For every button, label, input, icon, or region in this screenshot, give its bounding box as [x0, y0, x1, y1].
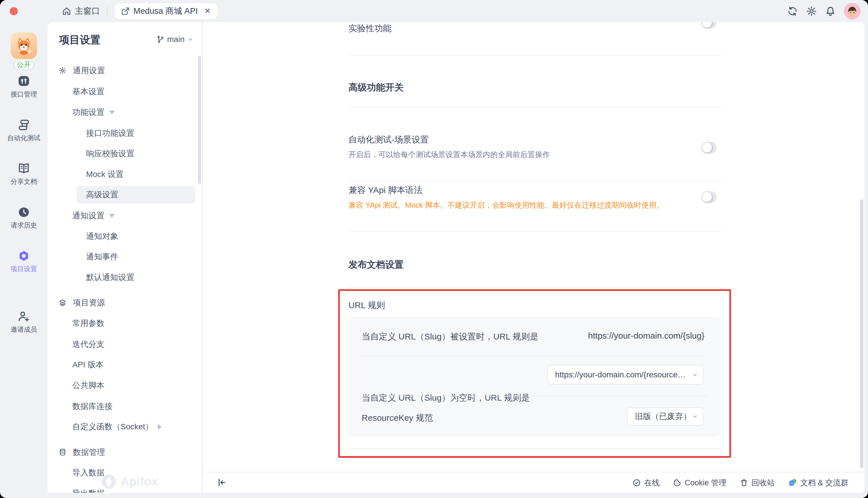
branch-icon	[157, 35, 164, 43]
apifox-watermark-logo-icon	[101, 474, 117, 489]
online-status-label: 在线	[644, 477, 660, 488]
sidebar-item[interactable]: 功能设置	[48, 103, 195, 121]
bell-icon[interactable]	[825, 6, 836, 17]
traffic-lights	[10, 7, 41, 15]
chevron-down-icon	[692, 413, 698, 420]
sidebar-item-label: 通知对象	[86, 227, 118, 245]
sidebar-item[interactable]: 常用参数	[48, 314, 195, 332]
scene-settings-desc: 开启后，可以给每个测试场景设置本场景内的全局前后置操作	[349, 149, 550, 160]
sidebar-item-label: 数据库连接	[72, 397, 112, 415]
rail-item-label: 请求历史	[11, 221, 37, 230]
recycle-bin[interactable]: 回收站	[740, 477, 775, 488]
sidebar-item[interactable]: 数据管理	[48, 443, 195, 461]
title-bar: 主窗口 Medusa 商城 API ✕	[0, 0, 868, 22]
person-add-icon	[17, 311, 30, 323]
sidebar-item-label: 通用设置	[73, 62, 105, 80]
close-tab-icon[interactable]: ✕	[204, 6, 211, 15]
tab-project-active[interactable]: Medusa 商城 API ✕	[114, 3, 218, 19]
sidebar-item[interactable]: 默认通知设置	[48, 268, 195, 286]
sync-icon[interactable]	[787, 6, 798, 17]
rail-item-share-docs[interactable]: 分享文档	[0, 162, 48, 186]
sidebar-item-label: 功能设置	[72, 103, 105, 121]
settings-content: 实验性功能 高级功能开关 自动化测试-场景设置 开启后，可以给每个测试场景设置本…	[203, 22, 865, 493]
tab-main-window[interactable]: 主窗口	[62, 5, 100, 17]
sidebar-item[interactable]: 通用设置	[48, 62, 195, 80]
left-rail: 公开 接口管理 自动化测试 分享文档 请求历史	[0, 22, 48, 498]
advanced-switches-header: 高级功能开关	[349, 81, 404, 94]
rail-item-project-settings[interactable]: 项目设置	[0, 250, 48, 273]
sidebar-item-label: 响应校验设置	[86, 145, 134, 162]
sidebar-item-label: Mock 设置	[86, 166, 124, 183]
rail-item-auto-test[interactable]: 自动化测试	[0, 119, 48, 142]
sidebar-scrollbar[interactable]	[198, 56, 201, 184]
sidebar-item[interactable]: 通知事件	[48, 248, 195, 266]
close-window-button[interactable]	[10, 7, 18, 15]
sidebar-item[interactable]: API 版本	[48, 356, 195, 374]
cookie-manager[interactable]: Cookie 管理	[673, 477, 727, 488]
sidebar-item[interactable]: 接口功能设置	[48, 124, 195, 142]
gear-icon[interactable]	[806, 6, 817, 17]
sidebar-item-label: 默认通知设置	[86, 268, 134, 286]
branch-selector[interactable]: main	[157, 35, 193, 44]
tab-main-window-label: 主窗口	[75, 5, 100, 17]
online-status[interactable]: 在线	[632, 477, 660, 488]
home-icon	[62, 6, 71, 16]
sidebar-item-label: 通知设置	[72, 207, 105, 225]
sidebar-item[interactable]: 响应校验设置	[48, 145, 195, 162]
collapse-sidebar-icon[interactable]	[216, 477, 227, 488]
rail-item-request-history[interactable]: 请求历史	[0, 206, 48, 230]
experimental-toggle[interactable]	[701, 22, 717, 28]
sidebar-item[interactable]: 自定义函数（Socket）	[48, 418, 195, 436]
rail-item-label: 邀请成员	[11, 325, 37, 334]
caret-right-icon	[158, 424, 162, 430]
chat-bubbles-icon	[788, 478, 797, 487]
cookie-manager-label: Cookie 管理	[684, 477, 727, 488]
rail-item-label: 接口管理	[11, 90, 37, 99]
book-icon	[17, 162, 30, 175]
project-logo[interactable]	[11, 32, 37, 59]
sidebar-item[interactable]: 高级设置	[76, 186, 195, 204]
minimize-window-button[interactable]	[22, 7, 30, 15]
sidebar-item[interactable]: 通知设置	[48, 207, 195, 225]
sidebar-item[interactable]: Mock 设置	[48, 166, 195, 183]
sidebar-item[interactable]: 公共脚本	[48, 377, 195, 394]
rail-item-invite-members[interactable]: 邀请成员	[0, 311, 48, 334]
scene-settings-title: 自动化测试-场景设置	[349, 134, 429, 146]
layers-icon	[58, 299, 67, 307]
resourcekey-spec-select[interactable]: 旧版（已废弃）	[627, 407, 704, 425]
check-circle-icon	[632, 479, 641, 487]
docs-community[interactable]: 文档 & 交流群	[788, 477, 849, 488]
user-avatar[interactable]	[844, 3, 860, 19]
yapi-compat-toggle[interactable]	[701, 191, 717, 203]
rail-item-label: 分享文档	[11, 177, 37, 186]
sidebar-item[interactable]: 项目资源	[48, 294, 195, 312]
settings-sidebar: 项目设置 main 通用设置基本设置功能设置接口功能设置响应校验设置Mock 设…	[48, 22, 203, 493]
sidebar-item-label: 高级设置	[86, 186, 118, 204]
bottom-bar: 在线 Cookie 管理 回收站	[203, 472, 865, 493]
sidebar-item[interactable]: 基本设置	[48, 83, 195, 101]
chevron-down-icon	[692, 372, 698, 378]
sidebar-item-label: 接口功能设置	[86, 124, 134, 142]
chevron-down-icon	[187, 36, 193, 42]
sidebar-item[interactable]: 迭代分支	[48, 336, 195, 353]
slug-set-rule-label: 当自定义 URL（Slug）被设置时，URL 规则是	[362, 331, 539, 343]
sidebar-item[interactable]: 通知对象	[48, 227, 195, 245]
sidebar-item[interactable]: 数据库连接	[48, 397, 195, 415]
slug-empty-rule-select[interactable]: https://your-domain.com/{resource…	[547, 365, 704, 384]
resourcekey-spec-value: 旧版（已废弃）	[635, 411, 691, 422]
scene-settings-toggle[interactable]	[701, 142, 717, 153]
branch-name: main	[167, 35, 185, 44]
api-management-icon	[17, 75, 30, 87]
auto-test-icon	[17, 119, 30, 131]
content-scrollbar[interactable]	[860, 199, 864, 468]
sidebar-item-label: 通知事件	[86, 248, 118, 266]
database-icon	[58, 448, 67, 456]
sidebar-item-label: 常用参数	[72, 314, 105, 332]
sidebar-item-label: 项目资源	[73, 294, 105, 312]
sidebar-item-label: 导入数据	[72, 464, 105, 482]
zoom-window-button[interactable]	[33, 7, 41, 15]
rail-item-label: 自动化测试	[8, 133, 40, 142]
rail-item-label: 项目设置	[11, 264, 37, 273]
sidebar-item-label: 导出数据	[72, 485, 105, 493]
rail-item-api-management[interactable]: 接口管理	[0, 75, 48, 99]
